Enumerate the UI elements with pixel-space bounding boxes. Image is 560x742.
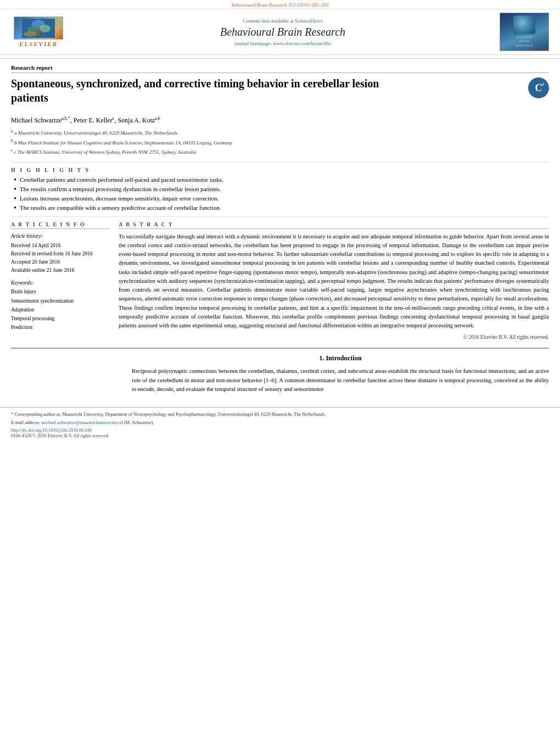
journal-title: Behavioural Brain Research [66,26,500,38]
divider-highlights [11,162,549,163]
keywords-label: Keywords: [11,280,110,286]
copyright-notice: © 2016 Elsevier B.V. All rights reserved… [119,334,549,340]
affiliation-c: c c The MARCS Institute, University of W… [11,147,549,157]
header-main: ELSEVIER Contents lists available at Sci… [0,9,560,55]
email-link[interactable]: michael.schwartze@maastrichtuniversity.n… [41,420,122,425]
svg-point-5 [24,31,37,37]
divider-article-info [11,216,549,217]
bullet-2: • [14,186,16,193]
intro-section-title: Introduction [326,354,361,362]
author1-sup: a,b, [61,116,68,121]
intro-section-number: 1. [319,354,324,362]
publisher-logo-icon [513,15,535,34]
received-date: Received 14 April 2016 [11,242,110,250]
article-info-title: A R T I C L E I N F O [11,221,110,229]
abstract-column: A B S T R A C T To successfully navigate… [119,221,549,341]
crossmark-svg: C ✓ [530,79,547,97]
keywords-section: Keywords: Brain injury Sensorimotor sync… [11,280,110,332]
journal-citation: Behavioural Brain Research 312 (2016) 28… [0,0,560,9]
email-author-name: (M. Schwartze). [124,420,154,425]
highlights-title: H I G H L I G H T S [11,167,549,173]
body-columns: 1. Introduction Reciprocal polysynaptic … [11,354,549,394]
email-label: E-mail address: [11,420,40,425]
highlight-item-1: • Cerebellar patients and controls perfo… [14,176,549,184]
highlights-list: • Cerebellar patients and controls perfo… [11,176,549,212]
highlight-text-3: Lesions increase asynchronies, decrease … [20,195,219,202]
article-title: Spontaneous, synchronized, and correctiv… [11,76,384,105]
bullet-3: • [14,195,16,203]
homepage: journal homepage: www.elsevier.com/locat… [66,41,500,46]
corresponding-author-footnote: * Corresponding author at: Maastricht Un… [11,411,549,418]
contents-available: Contents lists available at ScienceDirec… [66,18,500,24]
highlight-text-1: Cerebellar patients and controls perform… [20,176,223,183]
body-right-col: 1. Introduction Reciprocal polysynaptic … [132,354,549,394]
journal-title-area: Contents lists available at ScienceDirec… [66,18,500,46]
author1-name: Michael Schwartze [11,116,61,124]
keyword-5: Prediction [11,323,110,332]
history-label: Article history: [11,232,110,241]
accepted-date: Accepted 20 June 2016 [11,258,110,266]
body-left-col [11,354,121,394]
revised-date: Received in revised form 16 June 2016 [11,250,110,258]
doi-link[interactable]: http://dx.doi.org/10.1016/j.bbr.2016.06.… [11,427,92,433]
highlight-item-4: • The results are compatible with a sens… [14,204,549,212]
article-info-column: A R T I C L E I N F O Article history: R… [11,221,110,341]
article-history: Article history: Received 14 April 2016 … [11,232,110,275]
highlight-text-2: The results confirm a temporal processin… [20,186,221,192]
corresponding-author-text: * Corresponding author at: Maastricht Un… [11,411,326,417]
article-info-abstract-section: A R T I C L E I N F O Article history: R… [11,221,549,341]
bullet-1: • [14,176,16,184]
highlight-item-2: • The results confirm a temporal process… [14,186,549,193]
affiliation-a: a a Maastricht University, Universiteits… [11,128,549,137]
issn-line: 0166-4328/© 2016 Elsevier B.V. All right… [11,433,549,438]
journal-homepage-link[interactable]: www.elsevier.com/locate/bbr [273,41,331,46]
article-content: Research report C ✓ Spontaneous, synchro… [0,59,560,399]
affiliation-b: b b Max Planck Institute for Human Cogni… [11,138,549,147]
highlight-item-3: • Lesions increase asynchronies, decreas… [14,195,549,203]
email-footnote: E-mail address: michael.schwartze@maastr… [11,419,549,426]
available-date: Available online 21 June 2016 [11,266,110,275]
highlight-text-4: The results are compatible with a sensor… [20,204,221,211]
body-section: 1. Introduction Reciprocal polysynaptic … [11,348,549,394]
author3-sup: a,b [155,116,160,121]
citation-text: Behavioural Brain Research 312 (2016) 28… [231,2,328,8]
author2-sup: c [113,116,115,121]
keyword-4: Temporal processing [11,314,110,323]
footnotes-section: * Corresponding author at: Maastricht Un… [0,407,560,438]
bullet-4: • [14,204,16,212]
svg-text:✓: ✓ [541,82,545,87]
article-type-label: Research report [11,64,549,73]
elsevier-logo-svg [22,19,55,38]
elsevier-logo-image [14,16,63,40]
intro-section-heading: 1. Introduction [132,354,549,362]
abstract-title: A B S T R A C T [119,221,549,229]
publisher-logo-caption: ELSEVIERBRAINRESEARCH [516,36,533,48]
svg-point-3 [40,25,51,32]
publisher-logo-right: ELSEVIERBRAINRESEARCH [500,13,549,51]
elsevier-brand-text: ELSEVIER [19,41,58,47]
keyword-3: Adaptation [11,305,110,314]
crossmark-circle: C ✓ [528,77,549,98]
crossmark-icon[interactable]: C ✓ [528,77,549,98]
sciencedirect-link[interactable]: ScienceDirect [295,18,322,24]
affiliations: a a Maastricht University, Universiteits… [11,128,549,157]
doi-line[interactable]: http://dx.doi.org/10.1016/j.bbr.2016.06.… [11,427,549,433]
intro-body-text: Reciprocal polysynaptic connections betw… [132,367,549,394]
abstract-body: To successfully navigate through and int… [119,232,549,331]
keyword-2: Sensorimotor synchronization [11,297,110,305]
svg-rect-4 [37,29,40,36]
keywords-list: Brain injury Sensorimotor synchronizatio… [11,287,110,332]
highlights-section: H I G H L I G H T S • Cerebellar patient… [11,167,549,212]
authors-line: Michael Schwartzea,b,*, Peter E. Kellerc… [11,116,549,125]
journal-header: Behavioural Brain Research 312 (2016) 28… [0,0,560,59]
elsevier-logo: ELSEVIER [11,16,66,47]
title-area: C ✓ Spontaneous, synchronized, and corre… [11,76,549,110]
corresponding-sup: * [68,116,70,121]
keyword-1: Brain injury [11,287,110,296]
